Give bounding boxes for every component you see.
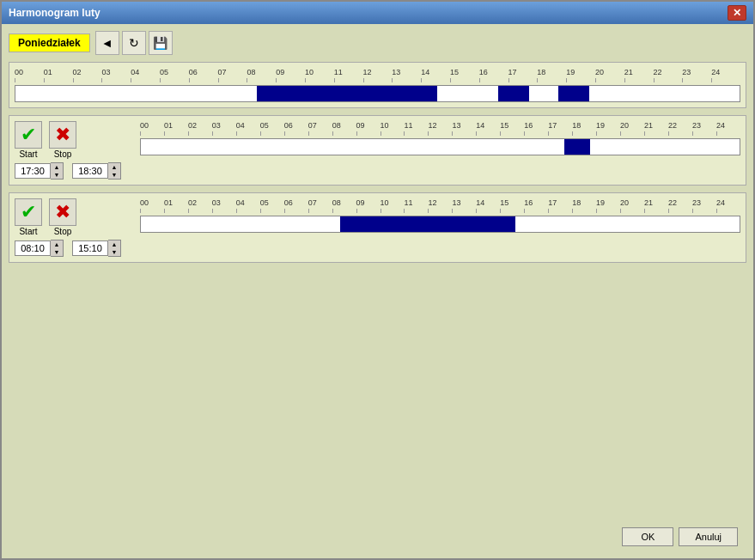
stop-time-group-2: ▲ ▼ xyxy=(72,240,121,257)
tick-mark xyxy=(711,78,740,82)
panel-1: ✔ Start ✖ Stop xyxy=(9,115,746,186)
timeline-segment xyxy=(558,86,588,101)
hour-label: 02 xyxy=(188,121,212,130)
stop-label-1: Stop xyxy=(54,149,72,159)
hour-label: 22 xyxy=(654,68,683,76)
start-time-up-1[interactable]: ▲ xyxy=(51,163,63,171)
start-time-spinner-1: ▲ ▼ xyxy=(51,162,64,180)
tick-mark xyxy=(73,78,102,82)
hour-label: 07 xyxy=(308,121,332,130)
hour-label: 03 xyxy=(101,68,131,76)
hour-label: 00 xyxy=(140,121,164,130)
tick-mark xyxy=(452,131,476,136)
save-button[interactable]: 💾 xyxy=(149,31,173,55)
hour-label: 02 xyxy=(73,68,102,76)
start-action-2: ✔ Start xyxy=(15,198,42,236)
hour-label: 03 xyxy=(212,121,236,130)
start-time-down-2[interactable]: ▼ xyxy=(51,248,63,256)
hour-label: 18 xyxy=(572,198,596,207)
start-time-input-2[interactable] xyxy=(15,240,51,256)
hour-label: 17 xyxy=(508,68,538,76)
tick-mark xyxy=(644,131,668,136)
timeline-bar-0[interactable] xyxy=(15,85,740,102)
panel-2-btn-row: ✔ Start ✖ Stop xyxy=(15,198,135,236)
hour-label: 18 xyxy=(572,121,596,130)
tick-mark xyxy=(236,131,260,136)
start-time-up-2[interactable]: ▲ xyxy=(51,240,63,248)
tick-mark xyxy=(572,131,596,136)
tick-mark xyxy=(332,131,356,136)
tick-mark xyxy=(428,131,452,136)
hour-label: 16 xyxy=(479,68,508,76)
main-content: Poniedziałek ◄ ↻ 💾 000102030405060708091… xyxy=(2,24,753,558)
hour-label: 13 xyxy=(392,68,421,76)
tick-mark xyxy=(260,209,284,213)
day-label: Poniedziałek xyxy=(9,33,90,52)
hour-label: 00 xyxy=(140,198,164,207)
stop-time-spinner-2: ▲ ▼ xyxy=(108,240,121,257)
hour-label: 11 xyxy=(404,198,428,207)
stop-icon-1[interactable]: ✖ xyxy=(49,121,76,149)
timeline-bar-1[interactable] xyxy=(140,138,740,155)
hour-label: 03 xyxy=(212,198,236,207)
hour-label: 01 xyxy=(164,198,188,207)
cancel-button[interactable]: Anuluj xyxy=(679,527,738,546)
timeline-bar-2[interactable] xyxy=(140,216,740,233)
stop-time-up-1[interactable]: ▲ xyxy=(108,163,120,171)
hour-label: 24 xyxy=(716,121,740,130)
tick-mark xyxy=(595,78,624,82)
check-icon-2: ✔ xyxy=(21,201,36,223)
panel-2-row: ✔ Start ✖ Stop xyxy=(15,198,740,257)
hour-label: 04 xyxy=(236,198,260,207)
ok-button[interactable]: OK xyxy=(622,527,673,546)
timeline-segment xyxy=(257,86,438,101)
hour-label: 19 xyxy=(596,198,620,207)
hour-label: 07 xyxy=(308,198,332,207)
hour-label: 04 xyxy=(131,68,160,76)
stop-time-group-1: ▲ ▼ xyxy=(72,162,121,180)
stop-icon-2[interactable]: ✖ xyxy=(49,198,76,226)
stop-action-1: ✖ Stop xyxy=(49,121,76,159)
tick-mark xyxy=(500,131,524,136)
hour-label: 13 xyxy=(452,121,476,130)
hour-label: 21 xyxy=(624,68,654,76)
tick-marks-2 xyxy=(140,209,740,216)
tick-mark xyxy=(692,209,716,213)
close-button[interactable]: ✕ xyxy=(728,5,746,21)
stop-time-input-2[interactable] xyxy=(72,240,108,256)
tick-mark xyxy=(140,131,164,136)
tick-mark xyxy=(716,131,740,136)
hour-label: 08 xyxy=(247,68,276,76)
back-button[interactable]: ◄ xyxy=(95,31,119,55)
tick-mark xyxy=(381,131,405,136)
tick-mark xyxy=(140,209,164,213)
start-icon-1[interactable]: ✔ xyxy=(15,121,42,149)
stop-time-down-1[interactable]: ▼ xyxy=(108,171,120,179)
tick-mark xyxy=(404,209,428,213)
hour-label: 22 xyxy=(668,198,692,207)
start-time-down-1[interactable]: ▼ xyxy=(51,171,63,179)
title-bar: Harmonogram luty ✕ xyxy=(2,2,753,24)
tick-mark xyxy=(188,131,212,136)
panel-2-controls: ✔ Start ✖ Stop xyxy=(15,198,135,257)
hour-label: 08 xyxy=(332,121,356,130)
timeline-segment xyxy=(498,86,528,101)
stop-time-down-2[interactable]: ▼ xyxy=(108,248,120,256)
start-time-input-1[interactable] xyxy=(15,163,51,179)
hour-label: 02 xyxy=(188,198,212,207)
stop-time-input-1[interactable] xyxy=(72,163,108,179)
hour-label: 23 xyxy=(682,68,711,76)
hour-label: 06 xyxy=(284,198,308,207)
hour-label: 05 xyxy=(160,68,189,76)
tick-mark xyxy=(363,78,393,82)
top-bar: Poniedziałek ◄ ↻ 💾 xyxy=(9,31,746,55)
tick-mark xyxy=(682,78,711,82)
stop-time-up-2[interactable]: ▲ xyxy=(108,240,120,248)
refresh-button[interactable]: ↻ xyxy=(122,31,146,55)
start-icon-2[interactable]: ✔ xyxy=(15,198,42,226)
tick-mark xyxy=(654,78,683,82)
window-title: Harmonogram luty xyxy=(9,7,100,19)
start-time-group-2: ▲ ▼ xyxy=(15,240,64,257)
cross-icon-2: ✖ xyxy=(55,201,70,223)
tick-mark xyxy=(668,131,692,136)
